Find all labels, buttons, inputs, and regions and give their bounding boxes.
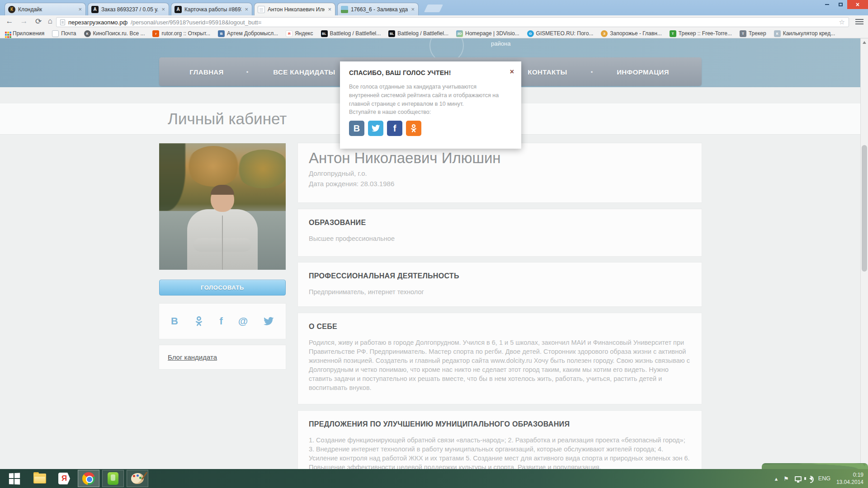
section-title: ОБРАЗОВАНИЕ [309, 219, 691, 227]
bookmark-label: Трекер [749, 30, 766, 37]
modal-body-text: Все голоса отданные за кандидата учитыва… [349, 83, 505, 108]
tab-title: Карточка работы #86932 [184, 6, 241, 13]
bookmark-zaporozhye[interactable]: ЗЗапорожье - Главн... [601, 30, 661, 37]
odnoklassniki-icon[interactable] [193, 316, 204, 327]
odnoklassniki-icon[interactable] [406, 121, 421, 136]
close-window-button[interactable]: × [847, 0, 868, 9]
bookmark-battlelog-2[interactable]: BLBattlelog / Battlefiel... [388, 30, 448, 37]
page-title: Личный кабинет [168, 110, 287, 128]
nav-item-contacts[interactable]: КОНТАКТЫ [528, 68, 567, 75]
calculator-icon: К [774, 30, 781, 37]
vk-icon[interactable]: В [171, 315, 178, 327]
bookmark-3dvision[interactable]: 3DHomepage | 3DVisio... [456, 30, 519, 37]
bookmark-vk-profile[interactable]: ВАртем Добромысл... [218, 30, 278, 37]
bookmark-apps[interactable]: Приложения [4, 30, 44, 37]
tab-work-card[interactable]: A Карточка работы #86932 × [171, 3, 252, 15]
bookmark-battlelog-1[interactable]: BLBattlelog / Battlefiel... [321, 30, 381, 37]
bookmark-label: Приложения [13, 30, 44, 37]
bookmark-label: Артем Добромысл... [227, 30, 278, 37]
tab-title: Клондайк [18, 6, 75, 13]
nav-item-home[interactable]: ГЛАВНАЯ [189, 68, 224, 75]
tab-close-icon[interactable]: × [244, 6, 249, 12]
mail-at-icon[interactable]: @ [238, 315, 248, 327]
taskbar-paint[interactable] [127, 470, 148, 487]
advego-favicon: A [91, 6, 99, 13]
tab-klondike[interactable]: К Клондайк × [5, 3, 86, 15]
rutor-icon: r [152, 30, 159, 37]
modal-cta-text: Вступайте в наше сообщество: [349, 109, 512, 115]
browser-toolbar: ← → ⟳ ⌂ перезагрузкаопмо.рф /personal/us… [0, 15, 868, 29]
bookmark-label: Battlelog / Battlefiel... [397, 30, 448, 37]
vote-button[interactable]: ГОЛОСОВАТЬ [159, 280, 286, 296]
nav-item-info[interactable]: ИНФОРМАЦИЯ [617, 68, 669, 75]
bookmark-calculator[interactable]: ККаилькулятор кред... [774, 30, 835, 37]
taskbar-chrome[interactable] [78, 470, 99, 487]
nav-item-candidates[interactable]: ВСЕ КАНДИДАТЫ [273, 68, 335, 75]
home-icon[interactable]: ⌂ [44, 17, 56, 26]
tab-close-icon[interactable]: × [78, 6, 82, 12]
twitter-icon[interactable] [368, 121, 383, 136]
section-text: Высшее профессиональное [309, 234, 691, 243]
reload-icon[interactable]: ⟳ [33, 17, 44, 26]
page-scrollbar[interactable] [860, 38, 868, 469]
tab-close-icon[interactable]: × [410, 6, 415, 12]
zaporozhye-icon: З [601, 30, 608, 37]
vote-thanks-modal: СПАСИБО, ВАШ ГОЛОС УЧТЕН! × Все голоса о… [340, 61, 521, 149]
section-education: ОБРАЗОВАНИЕ Высшее профессиональное [298, 209, 702, 256]
chrome-menu-icon[interactable] [855, 19, 863, 25]
bookmark-rutor[interactable]: rrutor.org :: Открыт... [152, 30, 210, 37]
action-center-flag-icon[interactable]: ⚑ [783, 475, 789, 482]
gismeteo-icon: G [527, 30, 534, 37]
bookmark-label: Каилькулятор кред... [783, 30, 835, 37]
section-text: Предприниматель, интернет технолог [309, 287, 691, 296]
bookmark-tracker[interactable]: TТрекер [740, 30, 766, 37]
candidate-blog-link[interactable]: Блог кандидата [168, 353, 217, 361]
minimize-button[interactable] [820, 0, 834, 9]
tab-close-icon[interactable]: × [161, 6, 165, 12]
section-title: ПРЕДЛОЖЕНИЯ ПО УЛУЧШЕНИЮ МУНИЦИПАЛЬНОГО … [309, 420, 691, 428]
apps-grid-icon [4, 30, 10, 37]
maximize-button[interactable] [834, 0, 847, 9]
3dvision-icon: 3D [456, 30, 463, 37]
tab-order[interactable]: A Заказ 8693237 / 0.05 у.е. / × [88, 3, 169, 15]
section-about: О СЕБЕ Родился, живу и работаю в городе … [298, 313, 702, 404]
tab-image-upload[interactable]: 17663_6 - Заливка удалас × [337, 3, 419, 15]
taskbar-yandex-browser[interactable]: Я [53, 470, 75, 487]
volume-icon[interactable] [809, 476, 812, 481]
taskbar-explorer[interactable] [29, 470, 51, 487]
sidebar-blog-card: Блог кандидата [159, 345, 286, 369]
scroll-up-icon[interactable] [863, 41, 866, 44]
nav-separator: • [246, 68, 249, 75]
language-indicator[interactable]: ENG [818, 475, 830, 482]
facebook-icon[interactable]: f [387, 121, 402, 136]
bookmark-mail[interactable]: Почта [52, 30, 76, 37]
vk-icon[interactable]: В [349, 121, 364, 136]
bookmark-gismeteo[interactable]: GGISMETEO.RU: Пого... [527, 30, 594, 37]
network-icon[interactable] [795, 476, 802, 481]
bookmark-star-icon[interactable]: ☆ [839, 18, 845, 26]
facebook-icon[interactable]: f [220, 315, 223, 327]
battlelog-icon: BL [388, 30, 395, 37]
show-hidden-icons[interactable]: ▴ [775, 475, 778, 482]
address-bar[interactable]: перезагрузкаопмо.рф /personal/user/95918… [56, 17, 849, 27]
twitter-icon[interactable] [263, 316, 274, 327]
modal-close-icon[interactable]: × [510, 68, 514, 76]
back-icon[interactable]: ← [4, 17, 15, 26]
clock-time: 0:19 [836, 471, 863, 479]
scrollbar-thumb[interactable] [862, 145, 867, 272]
bookmark-kinopoisk[interactable]: ККиноПоиск.ru. Все ... [84, 30, 145, 37]
start-button[interactable] [6, 472, 22, 485]
new-tab-button[interactable] [424, 5, 443, 12]
bookmark-label: Яндекс [295, 30, 313, 37]
tab-close-icon[interactable]: × [327, 6, 332, 12]
bookmark-yandex[interactable]: ЯЯндекс [286, 30, 313, 37]
tab-active-candidate[interactable]: Антон Николаевич Илю × [254, 3, 335, 15]
taskbar-qip[interactable] [102, 470, 124, 487]
forward-icon[interactable]: → [18, 17, 30, 26]
candidate-photo [159, 143, 286, 270]
bookmark-free-torrents[interactable]: TТрекер :: Free-Torre... [670, 30, 732, 37]
taskbar-clock[interactable]: 0:19 13.04.2014 [836, 471, 865, 486]
tab-title: 17663_6 - Заливка удалас [351, 6, 408, 13]
tab-title: Заказ 8693237 / 0.05 у.е. / [101, 6, 158, 13]
sidebar-social-card: В f @ [159, 304, 286, 339]
